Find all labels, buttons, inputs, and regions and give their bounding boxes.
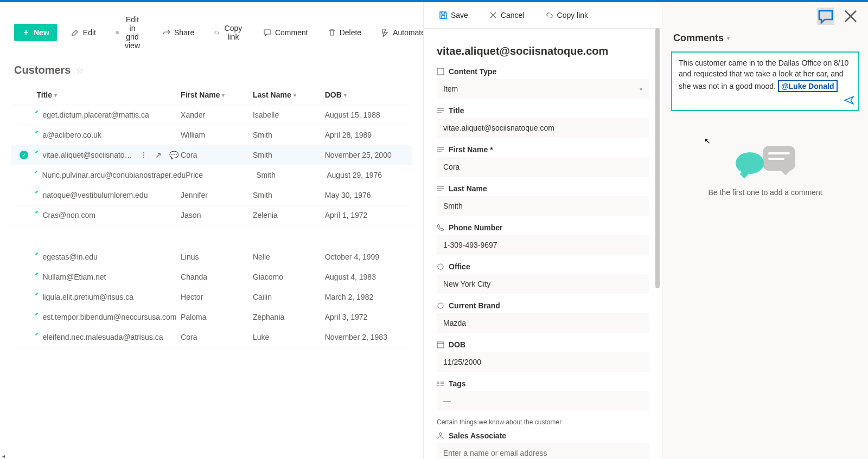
cell-title[interactable]: ⬈Cras@non.com (36, 211, 181, 219)
close-panel-button[interactable] (842, 8, 859, 25)
calendar-icon (437, 341, 444, 348)
comments-panel: Comments▾ This customer came in to the D… (662, 2, 868, 459)
share-button[interactable]: Share (157, 25, 200, 40)
cell-ln: Smith (253, 131, 325, 139)
comment-button[interactable]: Comment (258, 25, 314, 40)
cell-dob: April 1, 1972 (325, 211, 412, 219)
col-first-name[interactable]: First Name▾ (181, 90, 253, 99)
cell-ln: Isabelle (253, 111, 325, 119)
svg-point-2 (438, 303, 443, 308)
row-selected-check-icon[interactable]: ✓ (20, 151, 28, 159)
table-row[interactable]: ⬈eget.dictum.placerat@mattis.caXanderIsa… (11, 105, 412, 125)
comment-mention[interactable]: @Luke Donald (778, 80, 838, 92)
col-dob[interactable]: DOB▾ (325, 90, 412, 99)
list-panel: ＋New Edit Edit in grid view Share Copy l… (0, 2, 423, 459)
table-row[interactable]: ⬈natoque@vestibulumlorem.eduJenniferSmit… (11, 185, 412, 205)
panel-copy-link-button[interactable]: Copy link (540, 8, 594, 23)
link-icon (545, 11, 554, 20)
dob-input[interactable]: 11/25/2000 (437, 352, 649, 372)
table-row[interactable]: ⬈Nunc.pulvinar.arcu@conubianostraper.edu… (11, 165, 412, 185)
cell-title[interactable]: ⬈Nunc.pulvinar.arcu@conubianostraper.edu (36, 171, 186, 179)
col-last-name[interactable]: Last Name▾ (253, 90, 325, 99)
content-type-icon (437, 68, 444, 75)
first-name-input[interactable]: Cora (437, 157, 649, 177)
col-title[interactable]: Title▾ (36, 90, 181, 99)
row-share-icon[interactable]: ↗ (155, 151, 162, 159)
title-input[interactable]: vitae.aliquet@sociisnatoque.com (437, 118, 649, 138)
cell-title[interactable]: ⬈est.tempor.bibendum@neccursusa.com (36, 313, 181, 321)
trash-icon (328, 28, 336, 37)
last-name-input[interactable]: Smith (437, 196, 649, 216)
new-button[interactable]: ＋New (14, 24, 57, 41)
save-button[interactable]: Save (433, 8, 474, 23)
cell-fn: William (181, 131, 253, 139)
detail-scrollbar[interactable] (655, 28, 661, 450)
comments-header[interactable]: Comments▾ (662, 30, 868, 49)
chevron-down-icon: ▾ (727, 35, 730, 41)
cell-dob: May 30, 1976 (325, 191, 412, 199)
content-type-select[interactable]: Item▾ (437, 79, 649, 99)
sales-associate-input[interactable] (437, 443, 649, 459)
person-icon (437, 432, 444, 439)
table-row[interactable]: ⬈Cras@non.comJasonZeleniaApril 1, 1972 (11, 205, 412, 225)
delete-button[interactable]: Delete (322, 25, 367, 40)
choice-icon (437, 263, 444, 270)
table-row[interactable]: ✓⬈vitae.aliquet@sociisnato…⋮↗💬CoraSmithN… (11, 145, 412, 165)
chat-bubbles-icon (736, 146, 795, 178)
cell-title[interactable]: ⬈natoque@vestibulumlorem.edu (36, 191, 181, 199)
cell-title[interactable]: ⬈eget.dictum.placerat@mattis.ca (36, 111, 181, 119)
svg-point-1 (438, 264, 443, 269)
cell-title[interactable]: ⬈a@aclibero.co.uk (36, 131, 181, 139)
copy-link-button[interactable]: Copy link (208, 21, 249, 44)
edit-grid-button[interactable]: Edit in grid view (110, 12, 148, 53)
cell-title[interactable]: ⬈egestas@in.edu (36, 253, 181, 261)
cell-fn: Jason (181, 211, 253, 219)
cell-fn: Paloma (181, 313, 253, 321)
cancel-button[interactable]: Cancel (483, 8, 530, 23)
toggle-comments-button[interactable] (817, 8, 834, 25)
cell-title[interactable]: ⬈Nullam@Etiam.net (36, 273, 181, 281)
cell-fn: Price (186, 171, 256, 179)
cell-dob: August 29, 1976 (327, 171, 412, 179)
table-row[interactable]: ⬈a@aclibero.co.ukWilliamSmithApril 28, 1… (11, 125, 412, 145)
cell-ln: Zephania (253, 313, 325, 321)
favorite-star-icon[interactable]: ☆ (76, 65, 84, 75)
list-title: Customers (14, 64, 71, 76)
automate-button[interactable]: Automate▾ (375, 25, 423, 40)
table-row[interactable]: ⬈Nullam@Etiam.netChandaGiacomoAugust 4, … (11, 267, 412, 287)
tags-input[interactable]: — (437, 391, 649, 411)
plus-icon: ＋ (22, 28, 30, 37)
row-menu-icon[interactable]: ⋮ (140, 151, 148, 159)
table-row[interactable]: ⬈est.tempor.bibendum@neccursusa.comPalom… (11, 307, 412, 327)
cell-title[interactable]: ⬈eleifend.nec.malesuada@atrisus.ca (36, 333, 181, 341)
panel-toolbar: Save Cancel Copy link (424, 2, 662, 29)
text-icon (437, 146, 444, 153)
cell-dob: November 25, 2000 (325, 151, 412, 159)
svg-rect-0 (437, 68, 444, 75)
cell-dob: August 4, 1983 (325, 273, 412, 281)
cell-ln: Zelenia (253, 211, 325, 219)
cell-ln: Smith (256, 171, 327, 179)
comment-icon (263, 28, 272, 37)
send-comment-button[interactable] (844, 95, 854, 107)
cell-title[interactable]: ⬈ligula.elit.pretium@risus.ca (36, 293, 181, 301)
comment-input-box[interactable]: This customer came in to the Dallas Offi… (671, 51, 859, 111)
phone-input[interactable]: 1-309-493-9697 (437, 235, 649, 255)
horizontal-scrollbar[interactable]: ◂ (0, 452, 423, 459)
cell-dob: March 2, 1982 (325, 293, 412, 301)
cell-fn: Linus (181, 253, 253, 261)
cell-title[interactable]: ⬈vitae.aliquet@sociisnato…⋮↗💬 (36, 151, 181, 159)
cell-ln: Smith (253, 191, 325, 199)
scroll-left-icon[interactable]: ◂ (0, 453, 7, 459)
table-row[interactable]: ⬈eleifend.nec.malesuada@atrisus.caCoraLu… (11, 327, 412, 347)
detail-panel: Save Cancel Copy link vitae.aliquet@soci… (423, 2, 662, 459)
grid-icon (116, 28, 119, 37)
edit-button[interactable]: Edit (66, 25, 101, 40)
table-row[interactable]: ⬈egestas@in.eduLinusNelleOctober 4, 1999 (11, 247, 412, 267)
office-input[interactable]: New York City (437, 274, 649, 294)
row-comment-icon[interactable]: 💬 (169, 151, 178, 159)
tags-description: Certain things we know about the custome… (437, 418, 649, 426)
table-row[interactable]: ⬈ligula.elit.pretium@risus.caHectorCaili… (11, 287, 412, 307)
cell-fn: Jennifer (181, 191, 253, 199)
brand-input[interactable]: Mazda (437, 313, 649, 333)
